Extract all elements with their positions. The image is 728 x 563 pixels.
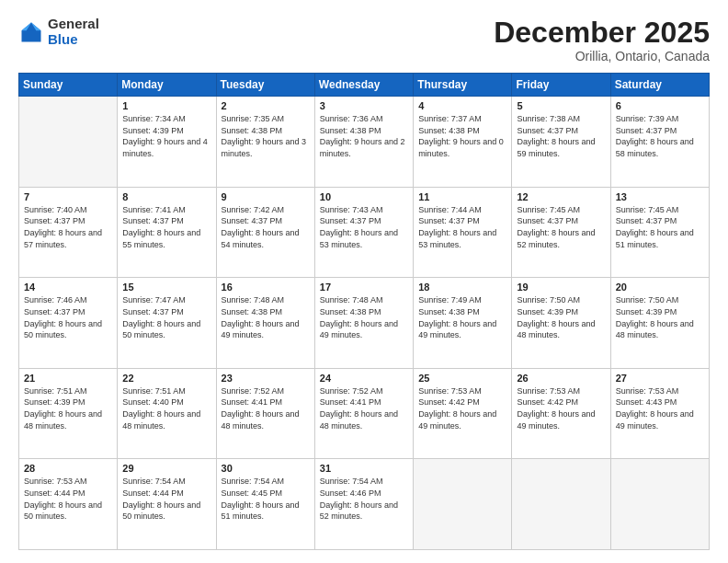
cell-info: Sunrise: 7:45 AMSunset: 4:37 PMDaylight:… [517, 204, 605, 250]
cell-info: Sunrise: 7:51 AMSunset: 4:39 PMDaylight:… [24, 385, 112, 431]
calendar-cell: 13Sunrise: 7:45 AMSunset: 4:37 PMDayligh… [610, 187, 709, 278]
cell-info: Sunrise: 7:37 AMSunset: 4:38 PMDaylight:… [418, 113, 506, 159]
calendar-cell [610, 459, 709, 550]
calendar-cell: 21Sunrise: 7:51 AMSunset: 4:39 PMDayligh… [19, 368, 118, 459]
cell-info: Sunrise: 7:53 AMSunset: 4:42 PMDaylight:… [517, 385, 605, 431]
cell-info: Sunrise: 7:35 AMSunset: 4:38 PMDaylight:… [222, 113, 310, 159]
cell-info: Sunrise: 7:38 AMSunset: 4:37 PMDaylight:… [517, 113, 605, 159]
calendar-cell: 28Sunrise: 7:53 AMSunset: 4:44 PMDayligh… [19, 459, 118, 550]
week-row-1: 7Sunrise: 7:40 AMSunset: 4:37 PMDaylight… [19, 187, 710, 278]
calendar-cell: 24Sunrise: 7:52 AMSunset: 4:41 PMDayligh… [314, 368, 413, 459]
cell-info: Sunrise: 7:54 AMSunset: 4:45 PMDaylight:… [222, 476, 310, 522]
cell-info: Sunrise: 7:51 AMSunset: 4:40 PMDaylight:… [122, 385, 210, 431]
day-number: 11 [418, 191, 506, 202]
cell-info: Sunrise: 7:48 AMSunset: 4:38 PMDaylight:… [320, 294, 408, 340]
day-number: 16 [222, 282, 310, 293]
day-number: 5 [517, 100, 605, 111]
calendar-cell: 23Sunrise: 7:52 AMSunset: 4:41 PMDayligh… [216, 368, 314, 459]
cell-info: Sunrise: 7:36 AMSunset: 4:38 PMDaylight:… [320, 113, 408, 159]
day-number: 29 [122, 463, 210, 474]
cell-info: Sunrise: 7:40 AMSunset: 4:37 PMDaylight:… [24, 204, 112, 250]
cell-info: Sunrise: 7:34 AMSunset: 4:39 PMDaylight:… [122, 113, 210, 159]
logo-blue: Blue [48, 32, 99, 48]
day-number: 23 [222, 373, 310, 384]
calendar-cell [19, 97, 118, 188]
calendar-cell: 26Sunrise: 7:53 AMSunset: 4:42 PMDayligh… [512, 368, 610, 459]
cell-info: Sunrise: 7:42 AMSunset: 4:37 PMDaylight:… [222, 204, 310, 250]
cell-info: Sunrise: 7:43 AMSunset: 4:37 PMDaylight:… [320, 204, 408, 250]
day-number: 10 [320, 191, 408, 202]
cell-info: Sunrise: 7:50 AMSunset: 4:39 PMDaylight:… [517, 294, 605, 340]
logo-icon [18, 19, 44, 45]
cell-info: Sunrise: 7:45 AMSunset: 4:37 PMDaylight:… [616, 204, 704, 250]
cell-info: Sunrise: 7:41 AMSunset: 4:37 PMDaylight:… [122, 204, 210, 250]
calendar-cell: 5Sunrise: 7:38 AMSunset: 4:37 PMDaylight… [512, 97, 610, 188]
day-number: 9 [222, 191, 310, 202]
calendar-cell: 22Sunrise: 7:51 AMSunset: 4:40 PMDayligh… [118, 368, 216, 459]
calendar-cell: 11Sunrise: 7:44 AMSunset: 4:37 PMDayligh… [414, 187, 512, 278]
calendar-cell: 27Sunrise: 7:53 AMSunset: 4:43 PMDayligh… [610, 368, 709, 459]
day-number: 24 [320, 373, 408, 384]
day-number: 12 [517, 191, 605, 202]
cell-info: Sunrise: 7:53 AMSunset: 4:44 PMDaylight:… [24, 476, 112, 522]
calendar-cell: 14Sunrise: 7:46 AMSunset: 4:37 PMDayligh… [19, 278, 118, 369]
calendar-cell [414, 459, 512, 550]
cell-info: Sunrise: 7:53 AMSunset: 4:42 PMDaylight:… [418, 385, 506, 431]
cell-info: Sunrise: 7:50 AMSunset: 4:39 PMDaylight:… [616, 294, 704, 340]
calendar-cell: 3Sunrise: 7:36 AMSunset: 4:38 PMDaylight… [314, 97, 413, 188]
calendar-cell [512, 459, 610, 550]
calendar-cell: 15Sunrise: 7:47 AMSunset: 4:37 PMDayligh… [118, 278, 216, 369]
day-number: 17 [320, 282, 408, 293]
day-number: 13 [616, 191, 704, 202]
week-row-4: 28Sunrise: 7:53 AMSunset: 4:44 PMDayligh… [19, 459, 710, 550]
page: General Blue December 2025 Orillia, Onta… [0, 0, 728, 563]
cell-info: Sunrise: 7:39 AMSunset: 4:37 PMDaylight:… [616, 113, 704, 159]
calendar-cell: 31Sunrise: 7:54 AMSunset: 4:46 PMDayligh… [314, 459, 413, 550]
calendar-cell: 12Sunrise: 7:45 AMSunset: 4:37 PMDayligh… [512, 187, 610, 278]
calendar-cell: 7Sunrise: 7:40 AMSunset: 4:37 PMDaylight… [19, 187, 118, 278]
cell-info: Sunrise: 7:46 AMSunset: 4:37 PMDaylight:… [24, 294, 112, 340]
cell-info: Sunrise: 7:54 AMSunset: 4:46 PMDaylight:… [320, 476, 408, 522]
logo: General Blue [18, 17, 99, 47]
day-number: 1 [122, 100, 210, 111]
day-number: 6 [616, 100, 704, 111]
day-number: 7 [24, 191, 112, 202]
day-number: 15 [122, 282, 210, 293]
cell-info: Sunrise: 7:52 AMSunset: 4:41 PMDaylight:… [320, 385, 408, 431]
calendar-header-row: SundayMondayTuesdayWednesdayThursdayFrid… [19, 74, 710, 97]
calendar-subtitle: Orillia, Ontario, Canada [494, 49, 710, 63]
cell-info: Sunrise: 7:47 AMSunset: 4:37 PMDaylight:… [122, 294, 210, 340]
calendar-cell: 8Sunrise: 7:41 AMSunset: 4:37 PMDaylight… [118, 187, 216, 278]
day-number: 20 [616, 282, 704, 293]
cell-info: Sunrise: 7:53 AMSunset: 4:43 PMDaylight:… [616, 385, 704, 431]
calendar-cell: 19Sunrise: 7:50 AMSunset: 4:39 PMDayligh… [512, 278, 610, 369]
day-number: 30 [222, 463, 310, 474]
day-header-tuesday: Tuesday [216, 74, 314, 97]
calendar-cell: 6Sunrise: 7:39 AMSunset: 4:37 PMDaylight… [610, 97, 709, 188]
calendar-title: December 2025 [494, 17, 710, 49]
day-header-sunday: Sunday [19, 74, 118, 97]
day-number: 8 [122, 191, 210, 202]
day-number: 25 [418, 373, 506, 384]
cell-info: Sunrise: 7:52 AMSunset: 4:41 PMDaylight:… [222, 385, 310, 431]
day-number: 2 [222, 100, 310, 111]
day-number: 18 [418, 282, 506, 293]
calendar-table: SundayMondayTuesdayWednesdayThursdayFrid… [18, 73, 710, 550]
day-number: 31 [320, 463, 408, 474]
calendar-cell: 2Sunrise: 7:35 AMSunset: 4:38 PMDaylight… [216, 97, 314, 188]
header: General Blue December 2025 Orillia, Onta… [18, 17, 710, 63]
calendar-cell: 9Sunrise: 7:42 AMSunset: 4:37 PMDaylight… [216, 187, 314, 278]
day-header-wednesday: Wednesday [314, 74, 413, 97]
cell-info: Sunrise: 7:44 AMSunset: 4:37 PMDaylight:… [418, 204, 506, 250]
calendar-cell: 10Sunrise: 7:43 AMSunset: 4:37 PMDayligh… [314, 187, 413, 278]
day-number: 22 [122, 373, 210, 384]
calendar-cell: 17Sunrise: 7:48 AMSunset: 4:38 PMDayligh… [314, 278, 413, 369]
cell-info: Sunrise: 7:54 AMSunset: 4:44 PMDaylight:… [122, 476, 210, 522]
day-number: 3 [320, 100, 408, 111]
calendar-cell: 30Sunrise: 7:54 AMSunset: 4:45 PMDayligh… [216, 459, 314, 550]
calendar-cell: 4Sunrise: 7:37 AMSunset: 4:38 PMDaylight… [414, 97, 512, 188]
day-number: 27 [616, 373, 704, 384]
day-header-monday: Monday [118, 74, 216, 97]
day-header-friday: Friday [512, 74, 610, 97]
calendar-cell: 25Sunrise: 7:53 AMSunset: 4:42 PMDayligh… [414, 368, 512, 459]
